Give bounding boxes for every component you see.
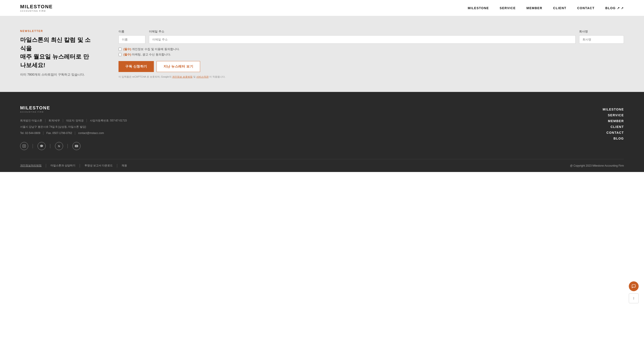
- checkbox2-label: (필수) 마케팅, 광고 수신 동의합니다.: [124, 52, 171, 56]
- footer-bottom: 개인정보처리방침 │ 마일스톤과 상담하기 │ 투명성 보고서 다운로드 │ 채…: [20, 159, 624, 172]
- company-input[interactable]: [579, 35, 624, 44]
- nav-member[interactable]: MEMBER: [526, 6, 542, 10]
- footer-nav-client[interactable]: CLIENT: [610, 125, 624, 128]
- footer-logo-main: MILESTONE: [20, 105, 127, 110]
- footer-email: contact@mstacc.com: [78, 130, 104, 136]
- newsletter-title: 마일스톤의 최신 칼럼 및 소식을매주 월요일 뉴스레터로 만나보세요!: [20, 36, 92, 70]
- logo-sub: ACCOUNTING FIRM: [20, 10, 53, 12]
- footer-nav-service[interactable]: SERVICE: [608, 114, 624, 117]
- footer-fax: Fax. 0507-1798-0762: [46, 130, 72, 136]
- footer-info-row3: Tel. 02-544-0809 │ Fax. 0507-1798-0762 │…: [20, 130, 127, 136]
- footer-info: 회계법인 마일스톤 │ 회계/세무 │ 대표자: 양제경 │ 사업자등록번호: …: [20, 118, 127, 136]
- logo-main: MILESTONE: [20, 4, 53, 10]
- logo: MILESTONE ACCOUNTING FIRM: [20, 4, 53, 12]
- footer-nav-contact[interactable]: CONTACT: [606, 131, 624, 134]
- footer-copyright: @ Copyright 2023 Milestone Accounting Fi…: [570, 164, 624, 167]
- consult-link[interactable]: 마일스톤과 상담하기: [50, 164, 75, 168]
- form-inputs: [118, 35, 624, 44]
- footer-logo-sub: ACCOUNTING FIRM: [20, 111, 127, 113]
- email-input[interactable]: [149, 35, 576, 44]
- footer-company: 회계법인 마일스톤: [20, 118, 42, 123]
- checkbox1-label: (필수) 개인정보 수집 및 이용에 동의합니다.: [124, 47, 180, 51]
- newsletter-left: NEWSLETTER 마일스톤의 최신 칼럼 및 소식을매주 월요일 뉴스레터로…: [20, 30, 92, 77]
- company-label: 회사명: [579, 30, 624, 34]
- checkbox1[interactable]: [118, 48, 122, 51]
- form-labels: 이름 이메일 주소 회사명: [118, 30, 624, 34]
- footer-tel: Tel. 02-544-0809: [20, 130, 40, 136]
- nav-service[interactable]: SERVICE: [500, 6, 516, 10]
- privacy-link[interactable]: 개인정보 보호방침: [172, 75, 192, 78]
- footer-main: MILESTONE ACCOUNTING FIRM 회계법인 마일스톤 │ 회계…: [20, 105, 624, 159]
- footer-nav-member[interactable]: MEMBER: [608, 119, 624, 123]
- footer-social: │ │ N │: [20, 142, 127, 150]
- footer-bottom-links: 개인정보처리방침 │ 마일스톤과 상담하기 │ 투명성 보고서 다운로드 │ 채…: [20, 164, 127, 168]
- header: MILESTONE ACCOUNTING FIRM MILESTONE SERV…: [0, 0, 644, 16]
- footer-type: 회계/세무: [48, 118, 60, 123]
- terms-link[interactable]: 서비스약관: [196, 75, 209, 78]
- nav-contact[interactable]: CONTACT: [577, 6, 594, 10]
- nav-milestone[interactable]: MILESTONE: [468, 6, 489, 10]
- checkbox2-row: (필수) 마케팅, 광고 수신 동의합니다.: [118, 52, 624, 56]
- footer-nav-blog[interactable]: BLOG: [614, 137, 624, 140]
- privacy-policy-link[interactable]: 개인정보처리방침: [20, 164, 42, 168]
- footer-left: MILESTONE ACCOUNTING FIRM 회계법인 마일스톤 │ 회계…: [20, 105, 127, 150]
- footer-rep: 대표자: 양제경: [66, 118, 84, 123]
- form-buttons: 구독 신청하기 지난 뉴스레터 보기: [118, 61, 624, 72]
- footer-address: 서울시 강남구 봉은사로 74길 8 (삼성동, 마일스톤 빌딩): [20, 124, 86, 130]
- past-newsletter-button[interactable]: 지난 뉴스레터 보기: [156, 61, 200, 72]
- transparency-link[interactable]: 투명성 보고서 다운로드: [84, 164, 113, 168]
- nav-client[interactable]: CLIENT: [553, 6, 567, 10]
- newsletter-form: 이름 이메일 주소 회사명 (필수) 개인정보 수집 및 이용에 동의합니다. …: [118, 30, 624, 78]
- youtube-icon[interactable]: [72, 142, 80, 150]
- checkbox2[interactable]: [118, 53, 122, 56]
- footer-info-row1: 회계법인 마일스톤 │ 회계/세무 │ 대표자: 양제경 │ 사업자등록번호: …: [20, 118, 127, 123]
- main-nav: MILESTONE SERVICE MEMBER CLIENT CONTACT …: [468, 6, 624, 10]
- footer-biz-no: 사업자등록번호: 557-87-01715: [90, 118, 127, 123]
- footer-nav: MILESTONE SERVICE MEMBER CLIENT CONTACT …: [603, 105, 624, 150]
- instagram-icon[interactable]: [20, 142, 28, 150]
- svg-rect-0: [22, 144, 26, 148]
- footer: MILESTONE ACCOUNTING FIRM 회계법인 마일스톤 │ 회계…: [0, 92, 644, 172]
- form-footer: 이 입력폼은 reCAPTCHA 로 보호되며, Google의 개인정보 보호…: [118, 75, 624, 78]
- name-input[interactable]: [118, 35, 145, 44]
- newsletter-section: NEWSLETTER 마일스톤의 최신 칼럼 및 소식을매주 월요일 뉴스레터로…: [0, 16, 644, 92]
- newsletter-subtitle: 이미 7800개의 스타트업이 구독하고 있습니다.: [20, 73, 92, 77]
- email-label: 이메일 주소: [149, 30, 576, 34]
- footer-info-row2: 서울시 강남구 봉은사로 74길 8 (삼성동, 마일스톤 빌딩): [20, 124, 127, 130]
- newsletter-label: NEWSLETTER: [20, 30, 92, 33]
- recruit-link[interactable]: 채용: [122, 164, 127, 168]
- naver-icon[interactable]: N: [55, 142, 63, 150]
- name-label: 이름: [118, 30, 145, 34]
- checkbox1-row: (필수) 개인정보 수집 및 이용에 동의합니다.: [118, 47, 624, 51]
- kakao-icon[interactable]: [38, 142, 46, 150]
- nav-blog[interactable]: BLOG ↗: [605, 6, 624, 10]
- subscribe-button[interactable]: 구독 신청하기: [118, 61, 154, 72]
- footer-nav-milestone[interactable]: MILESTONE: [603, 108, 624, 111]
